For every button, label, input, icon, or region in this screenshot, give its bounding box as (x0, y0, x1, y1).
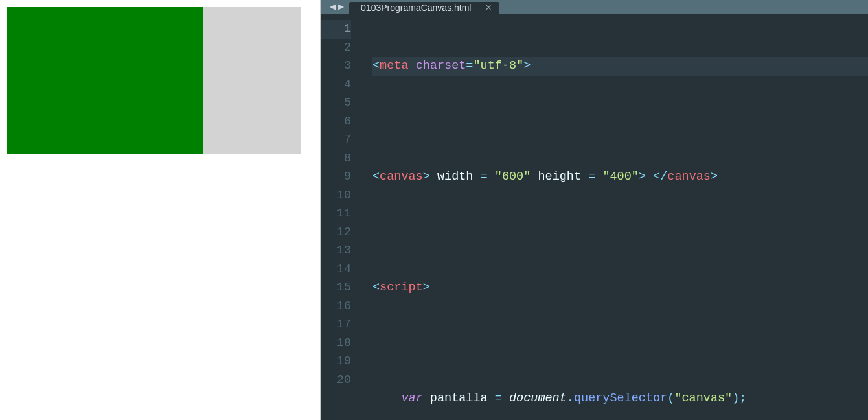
line-number: 8 (321, 150, 351, 169)
tab-filename: 0103ProgramaCanvas.html (361, 3, 471, 13)
line-number: 19 (321, 353, 351, 371)
line-number: 9 (321, 168, 351, 187)
tab-prev-icon[interactable]: ◀ (330, 1, 336, 13)
line-number: 1 (321, 20, 351, 39)
tab-active[interactable]: 0103ProgramaCanvas.html × (349, 2, 499, 14)
code-line (372, 224, 868, 242)
tab-bar: ◀ ▶ 0103ProgramaCanvas.html × (321, 0, 868, 14)
code-area[interactable]: 1 2 3 4 5 6 7 8 9 10 11 12 13 14 15 16 1… (321, 14, 868, 420)
line-number: 4 (321, 76, 351, 95)
editor-pane: ◀ ▶ 0103ProgramaCanvas.html × 1 2 3 4 5 … (321, 0, 868, 420)
line-gutter: 1 2 3 4 5 6 7 8 9 10 11 12 13 14 15 16 1… (321, 20, 363, 420)
close-icon[interactable]: × (485, 2, 491, 14)
line-number: 17 (321, 316, 351, 334)
line-number: 15 (321, 279, 351, 298)
code-line: <canvas> width = "600" height = "400"> <… (372, 168, 868, 187)
tab-next-icon[interactable]: ▶ (338, 1, 344, 13)
code-content[interactable]: <meta charset="utf-8"> <canvas> width = … (363, 20, 868, 420)
line-number: 3 (321, 57, 351, 76)
preview-pane (0, 0, 321, 420)
code-line: <script> (372, 279, 868, 298)
code-line (372, 334, 868, 353)
code-line: var pantalla = document.querySelector("c… (372, 390, 868, 408)
line-number: 14 (321, 261, 351, 279)
line-number: 20 (321, 371, 351, 390)
line-number: 5 (321, 94, 351, 113)
line-number: 6 (321, 113, 351, 132)
line-number: 18 (321, 334, 351, 353)
line-number: 7 (321, 131, 351, 150)
line-number: 2 (321, 39, 351, 58)
canvas-output (7, 7, 301, 154)
code-line: <meta charset="utf-8"> (372, 57, 868, 76)
canvas-green-rect (7, 7, 203, 154)
line-number: 16 (321, 298, 351, 316)
line-number: 13 (321, 242, 351, 261)
tab-nav: ◀ ▶ (321, 0, 349, 14)
code-line (372, 113, 868, 132)
line-number: 11 (321, 205, 351, 224)
line-number: 12 (321, 224, 351, 242)
line-number: 10 (321, 187, 351, 205)
